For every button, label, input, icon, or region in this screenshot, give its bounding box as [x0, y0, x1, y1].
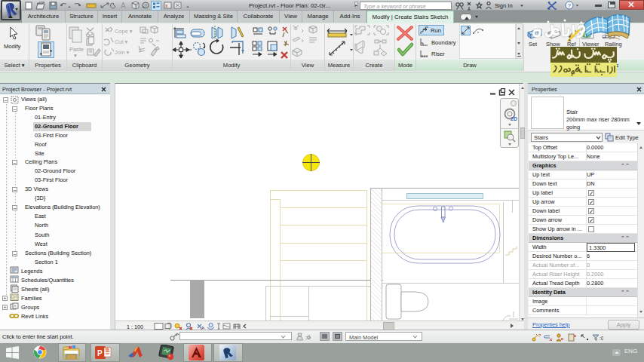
- svg-text:x: x: [165, 3, 168, 8]
- svg-text:2D: 2D: [511, 116, 517, 121]
- svg-text:?: ?: [568, 2, 572, 9]
- svg-text:P: P: [97, 349, 103, 357]
- svg-text:A: A: [121, 2, 126, 10]
- svg-text:?: ?: [538, 333, 541, 338]
- svg-text::0: :0: [305, 334, 311, 341]
- svg-text::0: :0: [600, 336, 603, 341]
- svg-text:Cope ▾: Cope ▾: [115, 28, 133, 35]
- svg-text:Join ▾: Join ▾: [115, 49, 130, 56]
- svg-text:Sign In: Sign In: [495, 2, 513, 9]
- svg-text:?: ?: [144, 3, 147, 8]
- svg-text:Cut ▾: Cut ▾: [115, 38, 128, 45]
